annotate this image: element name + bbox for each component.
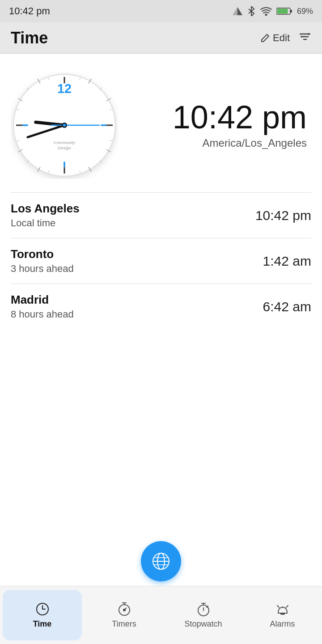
svg-point-47 bbox=[63, 123, 66, 127]
bluetooth-icon bbox=[247, 6, 256, 16]
city-time-los-angeles: 10:42 pm bbox=[255, 208, 311, 223]
tab-timers-label: Timers bbox=[112, 619, 136, 629]
city-offset-madrid: 8 hours ahead bbox=[11, 309, 74, 320]
city-time-toronto: 1:42 am bbox=[263, 254, 311, 269]
timer-tab-icon bbox=[117, 602, 132, 617]
battery-percentage: 69% bbox=[297, 7, 313, 16]
city-offset-toronto: 3 hours ahead bbox=[11, 263, 74, 275]
clock-row-madrid: Madrid 8 hours ahead 6:42 am bbox=[11, 284, 311, 329]
clock-section: 12 Community Design bbox=[11, 63, 311, 192]
svg-point-2 bbox=[265, 14, 267, 16]
bottom-navigation: Time Timers Stopwatch A bbox=[0, 586, 322, 644]
svg-rect-4 bbox=[290, 10, 292, 13]
svg-line-68 bbox=[277, 606, 279, 607]
page-title: Time bbox=[11, 29, 48, 47]
status-bar: 10:42 pm 69% bbox=[0, 0, 322, 22]
status-time: 10:42 pm bbox=[9, 5, 50, 17]
city-name-toronto: Toronto bbox=[11, 247, 74, 261]
city-time-madrid: 6:42 am bbox=[263, 299, 311, 314]
city-name-madrid: Madrid bbox=[11, 293, 74, 307]
svg-rect-5 bbox=[277, 9, 288, 14]
world-clocks-list: Los Angeles Local time 10:42 pm Toronto … bbox=[11, 192, 311, 329]
battery-icon bbox=[276, 7, 292, 15]
clock-row-toronto: Toronto 3 hours ahead 1:42 am bbox=[11, 238, 311, 284]
svg-text:Design: Design bbox=[58, 145, 71, 150]
edit-icon bbox=[260, 33, 270, 43]
svg-line-69 bbox=[286, 606, 288, 607]
filter-button[interactable] bbox=[299, 32, 311, 44]
tab-stopwatch-label: Stopwatch bbox=[184, 619, 222, 629]
digital-time-section: 10:42 pm America/Los_Angeles bbox=[127, 101, 311, 149]
header-actions: Edit bbox=[260, 32, 311, 44]
wifi-icon bbox=[260, 7, 272, 16]
tab-timers[interactable]: Timers bbox=[85, 586, 164, 644]
analog-clock: 12 Community Design bbox=[11, 72, 118, 179]
digital-time: 10:42 pm bbox=[127, 101, 307, 133]
edit-button[interactable]: Edit bbox=[260, 32, 290, 44]
filter-icon bbox=[299, 32, 311, 42]
signal-icon bbox=[233, 6, 242, 16]
svg-point-60 bbox=[123, 609, 125, 611]
stopwatch-tab-icon bbox=[196, 602, 211, 617]
city-name-los-angeles: Los Angeles bbox=[11, 202, 80, 216]
digital-timezone: America/Los_Angeles bbox=[127, 137, 307, 149]
status-icons: 69% bbox=[233, 6, 313, 16]
fab-container bbox=[141, 541, 181, 581]
main-content: 12 Community Design bbox=[0, 54, 322, 329]
clock-row-los-angeles: Los Angeles Local time 10:42 pm bbox=[11, 192, 311, 238]
tab-time-label: Time bbox=[33, 619, 52, 629]
alarm-tab-icon bbox=[275, 602, 290, 617]
svg-marker-1 bbox=[237, 7, 242, 15]
tab-alarms-label: Alarms bbox=[270, 619, 295, 629]
clock-tab-icon bbox=[35, 602, 50, 617]
city-offset-los-angeles: Local time bbox=[11, 217, 80, 229]
edit-label: Edit bbox=[273, 32, 290, 44]
tab-stopwatch[interactable]: Stopwatch bbox=[164, 586, 243, 644]
app-header: Time Edit bbox=[0, 22, 322, 54]
svg-text:Community: Community bbox=[54, 140, 76, 145]
svg-rect-66 bbox=[281, 613, 284, 614]
globe-icon bbox=[151, 551, 171, 571]
tab-time[interactable]: Time bbox=[3, 590, 82, 640]
add-timezone-fab[interactable] bbox=[141, 541, 181, 581]
svg-text:12: 12 bbox=[57, 81, 72, 96]
tab-alarms[interactable]: Alarms bbox=[243, 586, 322, 644]
